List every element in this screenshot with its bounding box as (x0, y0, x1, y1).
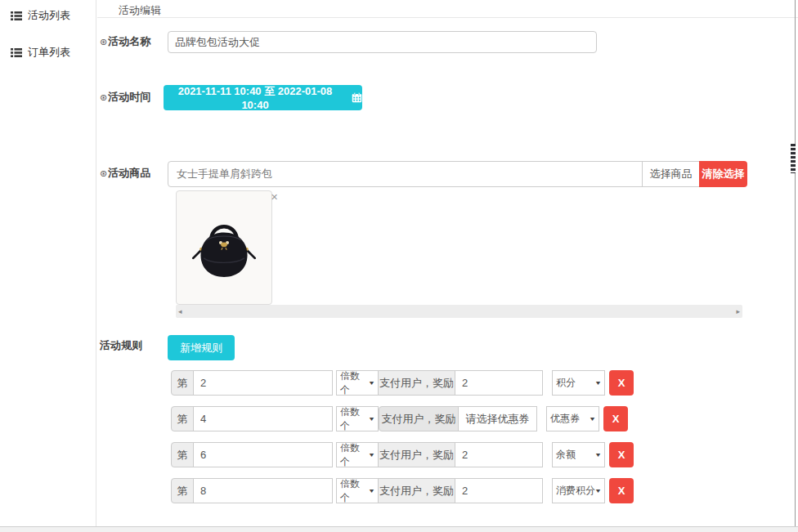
chevron-down-icon: ▼ (368, 488, 375, 494)
multiplier-select-value: 倍数个 (340, 369, 369, 397)
multiple-count-input[interactable] (193, 442, 333, 467)
calendar-icon (352, 92, 362, 103)
tab-bar: 活动编辑 (97, 0, 798, 18)
reward-value-input[interactable] (455, 478, 543, 503)
multiplier-select-value: 倍数个 (340, 441, 369, 469)
add-rule-button[interactable]: 新增规则 (168, 335, 235, 360)
select-product-button[interactable]: 选择商品 (642, 161, 700, 187)
multiplier-select-value: 倍数个 (340, 405, 369, 433)
delete-rule-button[interactable]: X (609, 370, 634, 396)
date-range-text: 2021-11-11 10:40 至 2022-01-08 10:40 (164, 84, 347, 111)
delete-rule-button[interactable]: X (609, 478, 634, 503)
multiplier-select[interactable]: 倍数个 ▼ (336, 406, 379, 431)
activity-rules-label: 活动规则 (100, 338, 142, 353)
chevron-down-icon: ▼ (368, 380, 375, 386)
reward-type-select[interactable]: 余额 ▼ (552, 442, 605, 467)
product-name-input[interactable] (168, 161, 643, 187)
chevron-down-icon: ▼ (594, 452, 602, 458)
activity-name-label: ⊛活动名称 (100, 34, 150, 49)
reward-condition-label: 支付用户，奖励 (378, 478, 455, 503)
rule-row: 第 倍数个 ▼ 支付用户，奖励 请选择优惠券 优惠券 ▼ X (171, 406, 634, 431)
reward-type-select-value: 余额 (556, 448, 576, 462)
product-thumbnail[interactable] (176, 190, 272, 305)
multiplier-select[interactable]: 倍数个 ▼ (336, 478, 379, 503)
handbag-image (186, 207, 262, 288)
scroll-left-icon[interactable]: ◂ (178, 308, 182, 315)
multiplier-select[interactable]: 倍数个 ▼ (336, 370, 379, 396)
rules-rows: 第 倍数个 ▼ 支付用户，奖励 积分 ▼ X 第 倍数个 ▼ 支付用户，奖励 请… (171, 370, 634, 514)
chevron-down-icon: ▼ (368, 452, 375, 458)
multiple-count-input[interactable] (193, 478, 333, 503)
reward-condition-label: 支付用户，奖励 (378, 442, 455, 467)
sidebar-item-activity-list[interactable]: 活动列表 (0, 0, 96, 31)
rule-row: 第 倍数个 ▼ 支付用户，奖励 积分 ▼ X (171, 370, 634, 396)
ordinal-prefix-label: 第 (171, 442, 194, 467)
activity-product-label: ⊛活动商品 (100, 166, 150, 181)
choose-coupon-button[interactable]: 请选择优惠券 (458, 406, 537, 431)
reward-value-input[interactable] (455, 442, 543, 467)
reward-type-select[interactable]: 优惠券 ▼ (546, 406, 599, 431)
multiple-count-input[interactable] (193, 406, 333, 431)
chevron-down-icon: ▼ (594, 380, 602, 386)
horizontal-page-scrollbar[interactable] (0, 526, 798, 532)
required-icon: ⊛ (100, 92, 107, 102)
rule-row: 第 倍数个 ▼ 支付用户，奖励 余额 ▼ X (171, 442, 634, 467)
scroll-right-icon[interactable]: ▸ (736, 308, 740, 315)
ordinal-prefix-label: 第 (171, 406, 194, 431)
chevron-down-icon: ▼ (368, 416, 375, 422)
list-icon (11, 11, 22, 20)
list-icon (11, 48, 22, 57)
chevron-down-icon: ▼ (589, 416, 596, 422)
multiplier-select[interactable]: 倍数个 ▼ (336, 442, 379, 467)
multiple-count-input[interactable] (193, 370, 333, 396)
reward-type-select-value: 消费积分 (556, 484, 595, 498)
reward-type-select-value: 优惠券 (550, 412, 580, 426)
sidebar-item-label: 订单列表 (28, 45, 70, 60)
reward-type-select[interactable]: 积分 ▼ (552, 370, 605, 396)
required-icon: ⊛ (100, 37, 107, 47)
remove-thumbnail-button[interactable]: ✕ (269, 190, 280, 204)
chevron-down-icon: ▼ (594, 488, 602, 494)
multiplier-select-value: 倍数个 (340, 477, 369, 505)
activity-time-label: ⊛活动时间 (100, 90, 150, 105)
sidebar: 活动列表 订单列表 (0, 0, 96, 526)
required-icon: ⊛ (100, 168, 107, 178)
activity-name-input[interactable] (168, 31, 597, 53)
tab-activity-edit[interactable]: 活动编辑 (119, 3, 161, 18)
rule-row: 第 倍数个 ▼ 支付用户，奖励 消费积分 ▼ X (171, 478, 634, 503)
reward-type-select[interactable]: 消费积分 ▼ (552, 478, 605, 503)
reward-type-select-value: 积分 (556, 376, 576, 390)
reward-condition-label: 支付用户，奖励 (378, 370, 455, 396)
ordinal-prefix-label: 第 (171, 370, 194, 396)
delete-rule-button[interactable]: X (609, 442, 634, 467)
date-range-button[interactable]: 2021-11-11 10:40 至 2022-01-08 10:40 (164, 85, 362, 110)
product-strip-scrollbar[interactable]: ◂ ▸ (176, 305, 742, 318)
reward-value-input[interactable] (455, 370, 543, 396)
delete-rule-button[interactable]: X (603, 406, 628, 431)
sidebar-item-order-list[interactable]: 订单列表 (0, 37, 96, 68)
sidebar-item-label: 活动列表 (28, 8, 70, 23)
vertical-scrollbar-thumb[interactable] (791, 144, 796, 173)
ordinal-prefix-label: 第 (171, 478, 194, 503)
clear-selection-button[interactable]: 清除选择 (699, 161, 747, 187)
reward-condition-button[interactable]: 支付用户，奖励 (379, 406, 459, 431)
vertical-scrollbar-track[interactable] (795, 0, 796, 526)
